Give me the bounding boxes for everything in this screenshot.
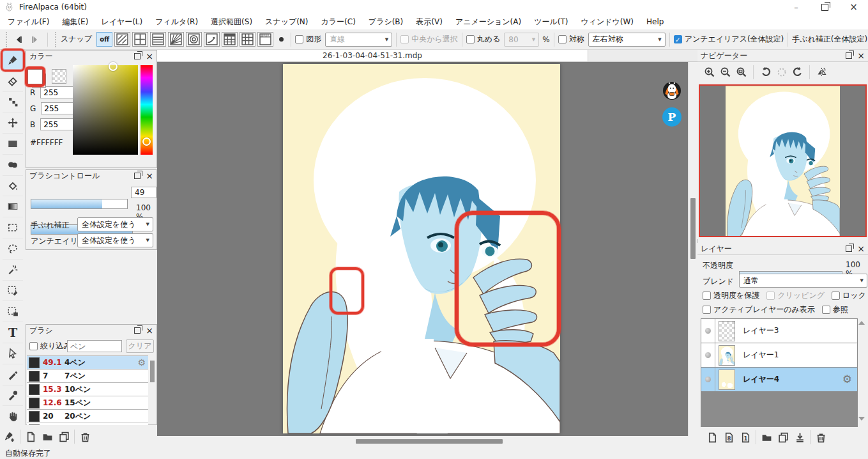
- round-select[interactable]: 80▼: [504, 33, 539, 47]
- sv-picker-handle[interactable]: [109, 62, 118, 71]
- blend-select[interactable]: 通常▼: [739, 274, 867, 288]
- stabilizer-mode-select[interactable]: 全体設定を使う▼: [77, 217, 153, 231]
- eyedropper-tool[interactable]: [3, 385, 23, 406]
- shape-select[interactable]: 直線▼: [325, 33, 392, 47]
- delete-brush-button[interactable]: [77, 429, 93, 444]
- float-panel-icon[interactable]: [134, 53, 141, 59]
- layer-visibility-toggle[interactable]: [701, 319, 715, 343]
- brush-filter-clear-button[interactable]: クリア: [126, 339, 154, 353]
- menu-color[interactable]: カラー(C): [315, 14, 362, 29]
- menu-layer[interactable]: レイヤー(L): [95, 14, 149, 29]
- brush-size-value[interactable]: 49: [131, 187, 156, 198]
- blob-brush-tool[interactable]: [3, 154, 23, 175]
- select-lasso-tool[interactable]: [3, 238, 23, 259]
- merge-down-button[interactable]: [791, 430, 808, 445]
- snap-table-button[interactable]: [222, 32, 238, 47]
- transparent-color-swatch[interactable]: [52, 69, 66, 84]
- prev-onion-button[interactable]: [10, 31, 27, 48]
- snap-point-button[interactable]: [275, 31, 287, 48]
- float-panel-icon[interactable]: [134, 173, 141, 179]
- float-panel-icon[interactable]: [846, 52, 852, 59]
- fill-rect-tool[interactable]: [3, 133, 23, 154]
- snap-parallel-button[interactable]: [114, 32, 130, 47]
- add-brush-button[interactable]: [1, 429, 18, 444]
- hand-tool[interactable]: [3, 405, 23, 426]
- snap-grid-button[interactable]: [240, 32, 255, 47]
- layer-visibility-toggle[interactable]: [701, 368, 715, 391]
- text-tool[interactable]: T: [3, 322, 23, 343]
- brush-row[interactable]: 49.1 4ペン ⚙: [27, 356, 148, 370]
- pen-tool[interactable]: [3, 364, 23, 385]
- close-panel-icon[interactable]: ×: [146, 52, 153, 60]
- snap-ruler-button[interactable]: [257, 32, 273, 47]
- brush-row[interactable]: 7 7ペン: [27, 370, 148, 383]
- float-panel-icon[interactable]: [134, 327, 141, 334]
- brush-filter-checkbox[interactable]: [29, 342, 38, 350]
- gear-icon[interactable]: ⚙: [842, 374, 852, 385]
- rotate-ccw-button[interactable]: [758, 65, 773, 81]
- minimize-button[interactable]: –: [782, 0, 811, 14]
- snap-horizontal-button[interactable]: [150, 32, 166, 47]
- new-layer-button[interactable]: [704, 430, 720, 445]
- snap-curve-button[interactable]: [204, 32, 220, 47]
- reference-checkbox[interactable]: [822, 306, 830, 314]
- canvas-horizontal-scrollbar[interactable]: [157, 436, 697, 447]
- lock-checkbox[interactable]: [832, 292, 840, 300]
- symmetry-select[interactable]: 左右対称▼: [588, 33, 666, 47]
- hue-slider-handle[interactable]: [142, 137, 151, 146]
- dot-tool[interactable]: [3, 91, 23, 113]
- layer-row[interactable]: レイヤー3: [701, 319, 857, 343]
- zoom-fit-button[interactable]: [733, 65, 749, 81]
- layer-row[interactable]: レイヤー4 ⚙: [701, 368, 857, 392]
- antialias-checkbox[interactable]: ✓: [674, 35, 682, 43]
- menu-snap[interactable]: スナップ(N): [259, 14, 314, 29]
- move-tool[interactable]: [3, 112, 23, 133]
- layer-visibility-toggle[interactable]: [701, 343, 715, 367]
- next-onion-button[interactable]: [27, 31, 43, 48]
- rotate-reset-button[interactable]: [773, 65, 789, 81]
- new-1bit-layer-button[interactable]: [737, 430, 754, 445]
- layer-scroll-down-button[interactable]: [858, 417, 865, 421]
- select-pen-tool[interactable]: [3, 280, 23, 301]
- center-select-checkbox[interactable]: [400, 35, 409, 43]
- hue-slider[interactable]: [141, 65, 153, 155]
- saturation-value-picker[interactable]: [73, 65, 138, 155]
- menu-edit[interactable]: 編集(E): [56, 14, 95, 29]
- duplicate-layer-button[interactable]: [775, 430, 791, 445]
- duplicate-brush-button[interactable]: [56, 429, 72, 444]
- eraser-tool[interactable]: [3, 70, 23, 91]
- rotate-cw-button[interactable]: [789, 65, 805, 81]
- menu-help[interactable]: Help: [640, 14, 670, 29]
- navigator-preview[interactable]: [699, 84, 867, 237]
- brush-row[interactable]: 50 50ペン: [27, 423, 148, 425]
- alpaca-help-button[interactable]: [662, 81, 681, 100]
- new-brush-button[interactable]: [22, 429, 39, 444]
- operation-tool[interactable]: [3, 343, 23, 364]
- menu-brush[interactable]: ブラシ(B): [362, 14, 409, 29]
- scrollbar-thumb[interactable]: [356, 439, 503, 444]
- select-rect-tool[interactable]: [3, 217, 23, 238]
- toolbar-drag-handle[interactable]: [55, 32, 56, 47]
- menu-filter[interactable]: フィルタ(R): [149, 14, 204, 29]
- flip-horizontal-button[interactable]: [814, 65, 830, 81]
- restore-button[interactable]: [811, 0, 839, 14]
- layer-folder-button[interactable]: [758, 430, 775, 445]
- close-panel-icon[interactable]: ×: [146, 327, 153, 334]
- drawing-canvas[interactable]: [283, 64, 560, 433]
- menu-window[interactable]: ウィンドウ(W): [574, 14, 640, 29]
- symmetry-checkbox[interactable]: [558, 35, 567, 43]
- gear-icon[interactable]: ⚙: [137, 358, 146, 367]
- snap-vanishing-button[interactable]: [168, 32, 184, 47]
- gradient-tool[interactable]: [3, 196, 23, 217]
- close-panel-icon[interactable]: ×: [857, 52, 865, 59]
- document-tab[interactable]: 26-1-03-04-04-51-31.mdp: [157, 50, 588, 61]
- snap-cross-button[interactable]: [132, 32, 148, 47]
- brush-row[interactable]: 15.3 10ペン: [27, 383, 148, 396]
- delete-layer-button[interactable]: [812, 430, 829, 445]
- round-checkbox[interactable]: [466, 35, 475, 43]
- scrollbar-thumb[interactable]: [150, 361, 155, 382]
- bucket-tool[interactable]: [3, 175, 23, 196]
- toolbar-drag-handle[interactable]: [6, 32, 7, 47]
- brush-size-slider[interactable]: [31, 199, 128, 209]
- pixiv-button[interactable]: P: [662, 107, 681, 127]
